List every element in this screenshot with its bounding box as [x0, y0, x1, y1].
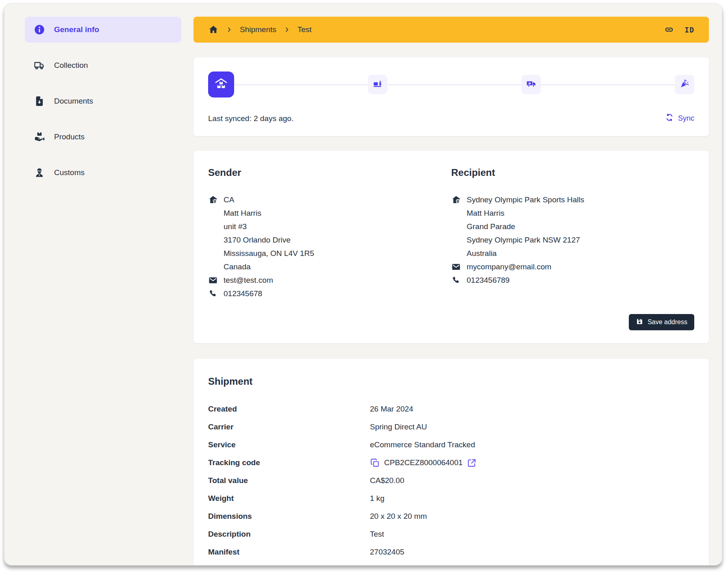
- sender-email: test@test.com: [224, 273, 273, 287]
- address-line: Sydney Olympic Park Sports Halls: [451, 193, 694, 206]
- sidebar-item-label: Products: [54, 132, 85, 141]
- address-city: Sydney Olympic Park NSW 2127: [467, 233, 580, 247]
- sidebar-item-products[interactable]: Products: [25, 124, 181, 150]
- address-country: Australia: [467, 247, 497, 260]
- address-line: Sydney Olympic Park NSW 2127: [451, 233, 694, 247]
- save-address-row: Save address: [208, 314, 694, 336]
- address-city: Mississauga, ON L4V 1R5: [224, 247, 314, 260]
- address-line: Mississauga, ON L4V 1R5: [208, 247, 451, 260]
- address-street: 3170 Orlando Drive: [224, 233, 291, 247]
- step-connector: [234, 84, 368, 85]
- recipient-email: mycompany@email.com: [467, 260, 551, 273]
- chevron-right-icon: [284, 26, 290, 33]
- row-value: 27032405: [370, 548, 404, 557]
- address-line: Matt Harris: [451, 206, 694, 220]
- chevron-right-icon: [226, 26, 233, 33]
- tracking-code: CPB2CEZ8000064001: [384, 458, 463, 467]
- step-delivered: [675, 75, 694, 94]
- address-name: Matt Harris: [467, 206, 504, 220]
- shipment-title: Shipment: [208, 376, 694, 387]
- mail-icon: [451, 260, 467, 272]
- address-line: unit #3: [208, 220, 451, 233]
- table-row: Manifest 27032405: [208, 543, 694, 561]
- address-email-row: test@test.com: [208, 273, 451, 287]
- table-row: Dimensions 20 x 20 x 20 mm: [208, 507, 694, 525]
- row-value: Spring Direct AU: [370, 422, 427, 431]
- sidebar: General info Collection Documents: [25, 17, 181, 565]
- row-value: eCommerce Standard Tracked: [370, 440, 475, 449]
- row-label: Description: [208, 530, 370, 539]
- row-label: Carrier: [208, 422, 370, 431]
- warehouse-boxes-icon: [214, 76, 228, 93]
- party-popper-icon: [679, 78, 690, 91]
- table-row: Weight 1 kg: [208, 490, 694, 507]
- table-row: Created 26 Mar 2024: [208, 400, 694, 418]
- sync-button[interactable]: Sync: [665, 113, 694, 124]
- address-street: unit #3: [224, 220, 247, 233]
- step-connector: [387, 84, 521, 85]
- sidebar-item-collection[interactable]: Collection: [25, 52, 181, 78]
- phone-icon: [451, 273, 467, 285]
- phone-icon: [208, 287, 224, 299]
- breadcrumb-actions: ID: [664, 25, 694, 35]
- sender-block: Sender CA Matt Harris unit #3: [208, 167, 451, 300]
- external-link-icon[interactable]: [467, 458, 477, 468]
- address-name: Matt Harris: [224, 206, 261, 220]
- table-row: Total value CA$20.00: [208, 472, 694, 490]
- address-company: Sydney Olympic Park Sports Halls: [467, 193, 584, 206]
- table-row: Service eCommerce Standard Tracked: [208, 436, 694, 454]
- address-phone-row: 012345678: [208, 287, 451, 300]
- row-label: Manifest: [208, 548, 370, 557]
- sender-title: Sender: [208, 167, 451, 178]
- copy-icon[interactable]: [370, 458, 380, 468]
- customs-officer-icon: [34, 167, 45, 178]
- row-label: Total value: [208, 476, 370, 485]
- step-warehouse: [208, 72, 234, 98]
- address-line: CA: [208, 193, 451, 206]
- main-content: Shipments Test ID: [193, 17, 709, 565]
- row-value: CA$20.00: [370, 476, 404, 485]
- address-country: Canada: [224, 260, 251, 273]
- address-line: Australia: [451, 247, 694, 260]
- recipient-block: Recipient Sydney Olympic Park Sports Hal…: [451, 167, 694, 300]
- package-label-icon: [372, 78, 383, 91]
- house-location-icon: [208, 193, 224, 205]
- save-address-button[interactable]: Save address: [629, 314, 694, 330]
- row-label: Tracking code: [208, 458, 370, 467]
- row-label: Service: [208, 440, 370, 449]
- address-line: Grand Parade: [451, 220, 694, 233]
- row-value: 20 x 20 x 20 mm: [370, 512, 427, 521]
- row-value: 1 kg: [370, 494, 385, 503]
- sidebar-item-customs[interactable]: Customs: [25, 160, 181, 186]
- sync-row: Last synced: 2 days ago. Sync: [208, 113, 694, 124]
- sender-phone: 012345678: [224, 287, 262, 300]
- sidebar-item-label: General info: [54, 25, 99, 34]
- info-icon: [34, 24, 45, 35]
- table-row: Carrier Spring Direct AU: [208, 418, 694, 436]
- document-download-icon: [34, 95, 45, 107]
- row-label: Weight: [208, 494, 370, 503]
- row-value: 26 Mar 2024: [370, 405, 413, 414]
- address-line: 3170 Orlando Drive: [208, 233, 451, 247]
- row-value: Test: [370, 530, 384, 539]
- step-in-transit: [522, 75, 541, 94]
- floppy-disk-icon: [636, 318, 643, 327]
- home-icon[interactable]: [208, 24, 219, 35]
- breadcrumb-item-shipments[interactable]: Shipments: [240, 25, 276, 34]
- copy-link-icon[interactable]: [664, 25, 674, 35]
- sidebar-item-label: Documents: [54, 97, 93, 106]
- refresh-icon: [665, 113, 674, 124]
- step-connector: [541, 84, 675, 85]
- progress-card: Last synced: 2 days ago. Sync: [193, 57, 709, 136]
- address-company: CA: [224, 193, 234, 206]
- delivery-truck-icon: [526, 78, 537, 91]
- save-address-label: Save address: [648, 318, 687, 326]
- sidebar-item-documents[interactable]: Documents: [25, 88, 181, 114]
- sidebar-item-general-info[interactable]: General info: [25, 17, 181, 43]
- mail-icon: [208, 273, 224, 285]
- house-location-icon: [451, 193, 467, 205]
- copy-id-icon[interactable]: ID: [685, 26, 694, 34]
- address-phone-row: 0123456789: [451, 273, 694, 287]
- app-window: General info Collection Documents: [4, 3, 722, 566]
- address-line: Matt Harris: [208, 206, 451, 220]
